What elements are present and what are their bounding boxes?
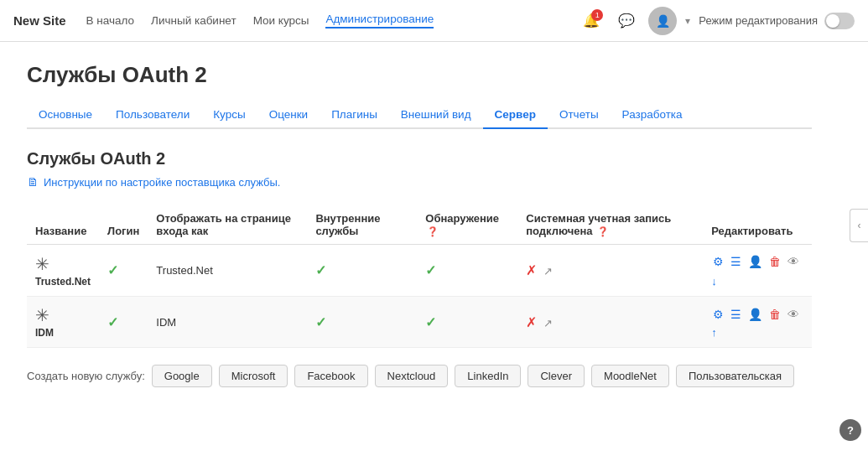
trash-icon-2[interactable]: 🗑 — [767, 306, 782, 323]
topnav: New Site В начало Личный кабинет Мои кур… — [0, 0, 868, 42]
internal-check-1: ✓ — [315, 263, 326, 277]
row2-actions: ⚙ ☰ 👤 🗑 👁 ↑ — [703, 297, 812, 348]
create-label: Создать новую службу: — [27, 370, 145, 382]
messages-button[interactable]: 💬 — [613, 8, 640, 34]
tab-reports[interactable]: Отчеты — [548, 101, 611, 129]
gear-icon-2[interactable]: ⚙ — [711, 306, 725, 323]
site-logo: New Site — [13, 13, 66, 28]
nav-home[interactable]: В начало — [86, 14, 135, 27]
login-check-1: ✓ — [107, 263, 118, 277]
eye-icon-1[interactable]: 👁 — [786, 253, 801, 270]
list-icon-1[interactable]: ☰ — [729, 253, 743, 270]
create-row: Создать новую службу: Google Microsoft F… — [27, 365, 812, 387]
nav-courses[interactable]: Мои курсы — [253, 14, 309, 27]
tab-courses[interactable]: Курсы — [201, 101, 257, 129]
create-moodlenet-button[interactable]: MoodleNet — [591, 365, 669, 387]
tab-appearance[interactable]: Внешний вид — [389, 101, 483, 129]
side-panel-toggle[interactable]: ‹ — [850, 209, 868, 242]
side-toggle-icon: ‹ — [858, 220, 861, 231]
row1-discovery: ✓ — [417, 245, 517, 297]
table-row: ✳ IDM ✓ IDM ✓ ✓ ✗ ↗ — [27, 297, 812, 348]
create-clever-button[interactable]: Clever — [528, 365, 585, 387]
discovery-check-1: ✓ — [425, 263, 436, 277]
tab-plugins[interactable]: Плагины — [320, 101, 389, 129]
col-internal: Внутренние службы — [307, 205, 417, 245]
tab-basic[interactable]: Основные — [27, 101, 104, 129]
service-icon-2: ✳ — [35, 305, 49, 325]
edit-mode-label: Режим редактирования — [699, 14, 818, 27]
oauth-table: Название Логин Отображать на странице вх… — [27, 205, 812, 348]
col-edit: Редактировать — [703, 205, 812, 245]
export-icon-2: ↗ — [543, 317, 553, 329]
login-check-2: ✓ — [107, 315, 118, 329]
row2-discovery: ✓ — [417, 297, 517, 348]
tab-server[interactable]: Сервер — [483, 101, 548, 129]
edit-mode-switch[interactable] — [824, 13, 855, 29]
create-nextcloud-button[interactable]: Nextcloud — [375, 365, 449, 387]
discovery-help-icon[interactable]: ❓ — [427, 226, 439, 236]
avatar[interactable]: 👤 — [648, 7, 677, 35]
action-icons-1: ⚙ ☰ 👤 🗑 👁 ↓ — [711, 253, 803, 288]
notifications-button[interactable]: 🔔 1 — [578, 8, 605, 34]
gear-icon-1[interactable]: ⚙ — [711, 253, 725, 270]
row1-login: ✓ — [99, 245, 148, 297]
arrow-down-icon-1[interactable]: ↓ — [711, 275, 717, 288]
create-google-button[interactable]: Google — [152, 365, 212, 387]
list-icon-2[interactable]: ☰ — [729, 306, 743, 323]
nav-cabinet[interactable]: Личный кабинет — [151, 14, 236, 27]
row2-login: ✓ — [99, 297, 148, 348]
create-facebook-button[interactable]: Facebook — [294, 365, 367, 387]
eye-icon-2[interactable]: 👁 — [786, 306, 801, 323]
create-microsoft-button[interactable]: Microsoft — [219, 365, 288, 387]
main-content: Службы OAuth 2 Основные Пользователи Кур… — [0, 42, 839, 407]
row1-name: ✳ Trusted.Net — [27, 245, 99, 297]
discovery-check-2: ✓ — [425, 315, 436, 329]
create-linkedin-button[interactable]: LinkedIn — [455, 365, 521, 387]
table-row: ✳ Trusted.Net ✓ Trusted.Net ✓ ✓ ✗ ↗ — [27, 245, 812, 297]
service-label-1: Trusted.Net — [35, 276, 91, 288]
action-icons-2: ⚙ ☰ 👤 🗑 👁 ↑ — [711, 306, 803, 339]
service-label-2: IDM — [35, 327, 54, 339]
page-title: Службы OAuth 2 — [27, 62, 812, 88]
col-login: Логин — [99, 205, 148, 245]
user-icon-2[interactable]: 👤 — [746, 306, 764, 323]
col-name: Название — [27, 205, 99, 245]
arrow-up-icon-2[interactable]: ↑ — [711, 326, 717, 339]
row2-internal: ✓ — [307, 297, 417, 348]
col-system: Системная учетная запись подключена ❓ — [517, 205, 703, 245]
user-icon-1[interactable]: 👤 — [746, 253, 764, 270]
edit-mode-toggle: Режим редактирования — [699, 13, 855, 29]
col-display: Отображать на странице входа как — [148, 205, 307, 245]
row1-internal: ✓ — [307, 245, 417, 297]
service-icon-1: ✳ — [35, 254, 49, 274]
row2-system: ✗ ↗ — [517, 297, 703, 348]
instruction-link-text: Инструкции по настройке поставщика служб… — [44, 176, 280, 189]
info-icon: 🗎 — [27, 175, 39, 189]
system-help-icon[interactable]: ❓ — [597, 226, 609, 236]
nav-admin[interactable]: Администрирование — [325, 13, 434, 29]
row1-system: ✗ ↗ — [517, 245, 703, 297]
tabs-bar: Основные Пользователи Курсы Оценки Плаги… — [27, 101, 812, 129]
trash-icon-1[interactable]: 🗑 — [767, 253, 782, 270]
row1-display: Trusted.Net — [148, 245, 307, 297]
section-title: Службы OAuth 2 — [27, 149, 812, 168]
create-custom-button[interactable]: Пользовательская — [676, 365, 794, 387]
system-cross-1: ✗ — [526, 263, 537, 277]
topnav-icons: 🔔 1 💬 👤 ▾ Режим редактирования — [578, 7, 855, 35]
avatar-dropdown-icon[interactable]: ▾ — [685, 15, 690, 27]
tab-grades[interactable]: Оценки — [257, 101, 320, 129]
tab-users[interactable]: Пользователи — [104, 101, 201, 129]
col-discovery: Обнаружение ❓ — [417, 205, 517, 245]
notifications-badge: 1 — [591, 9, 603, 21]
tab-development[interactable]: Разработка — [611, 101, 694, 129]
row2-name: ✳ IDM — [27, 297, 99, 348]
instruction-link[interactable]: 🗎 Инструкции по настройке поставщика слу… — [27, 175, 812, 189]
row2-display: IDM — [148, 297, 307, 348]
toggle-knob — [826, 14, 839, 28]
internal-check-2: ✓ — [315, 315, 326, 329]
export-icon-1: ↗ — [543, 265, 553, 277]
row1-actions: ⚙ ☰ 👤 🗑 👁 ↓ — [703, 245, 812, 297]
system-cross-2: ✗ — [526, 315, 537, 329]
